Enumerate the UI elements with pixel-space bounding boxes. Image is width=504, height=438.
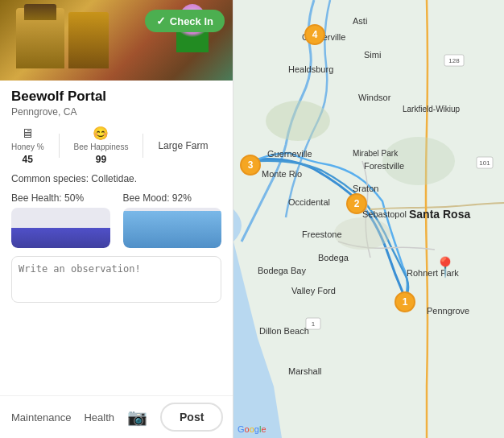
checkmark-icon: ✓ [156,14,166,27]
happiness-label: Bee Happiness [74,143,129,152]
maintenance-button[interactable]: Maintenance [11,411,71,424]
health-button[interactable]: Health [84,411,114,424]
bee-health-item: Bee Health: 50% [11,192,110,248]
map-panel: 128 1 101 Geyserville Healdsburg Windsor… [233,0,504,438]
bee-mood-fill [123,211,222,248]
map-label-valleyford: Valley Ford [291,286,336,295]
svg-text:128: 128 [448,57,460,64]
bee-mood-bar [123,208,222,248]
svg-point-1 [266,101,330,141]
health-row: Bee Health: 50% Bee Mood: 92% [11,192,221,248]
honey-label: Honey % [11,143,44,152]
map-label-dillonbeach: Dillon Beach [259,326,309,336]
happiness-stat: 😊 Bee Happiness 99 [74,126,129,165]
map-label-sebastopol: Sebastopol [362,209,407,219]
route-marker-3[interactable]: 3 [240,155,261,176]
hive-decoration [68,12,109,68]
bee-mood-item: Bee Mood: 92% [123,192,222,248]
species-text: Common species: Colletidae. [11,173,221,184]
content-area: Beewolf Portal Penngrove, CA 🖥 Honey % 4… [0,81,233,395]
stat-divider-2 [143,134,143,158]
map-label-guerneville: Guerneville [267,149,312,159]
check-in-label: Check In [170,15,213,27]
left-panel: ✓ Check In Beewolf Portal Penngrove, CA … [0,0,233,438]
stat-divider-1 [59,134,60,158]
map-label-forestville: Forestville [364,161,404,171]
bee-health-bar [11,208,110,248]
honey-icon: 🖥 [21,126,34,141]
post-button[interactable]: Post [160,403,223,432]
honey-stat: 🖥 Honey % 45 [11,126,44,165]
map-label-bodegabay: Bodega Bay [258,266,306,275]
map-label-windsor: Windsor [358,93,390,102]
farm-type-stat: Large Farm [158,140,208,151]
route-marker-1[interactable]: 1 [395,291,415,312]
map-label-mirabel: Mirabel Park [353,149,398,158]
route-marker-2[interactable]: 2 [346,193,367,214]
map-label-monterio: Monte Rio [262,169,302,179]
camera-button[interactable]: 📷 [127,407,147,427]
map-background: 128 1 101 Geyserville Healdsburg Windsor… [233,0,504,438]
map-label-simi: Simi [364,50,381,60]
honey-value: 45 [23,154,33,165]
observation-input[interactable] [11,256,221,303]
map-label-asti: Asti [353,16,367,26]
red-pin-marker[interactable] [433,256,457,279]
map-label-santarosa: Santa Rosa [409,208,470,221]
bee-health-label: Bee Health: 50% [11,192,110,204]
farm-type-label: Large Farm [158,140,208,151]
bee-health-fill [11,228,110,248]
map-label-larkfield: Larkfield-Wikiup [403,105,460,114]
happiness-value: 99 [96,154,106,165]
check-in-button[interactable]: ✓ Check In [145,10,225,32]
stats-row: 🖥 Honey % 45 😊 Bee Happiness 99 Large Fa… [11,126,221,165]
portal-name: Beewolf Portal [11,89,221,105]
map-label-penngrove: Penngrove [427,306,469,316]
happiness-icon: 😊 [93,126,109,141]
svg-text:101: 101 [479,159,490,167]
bottom-bar: Maintenance Health 📷 Post [0,395,233,438]
route-marker-4[interactable]: 4 [304,24,325,45]
map-label-bodega: Bodega [318,253,349,262]
location-label: Penngrove, CA [11,106,221,118]
svg-text:1: 1 [312,320,316,328]
map-label-sraton: Sraton [353,184,378,193]
map-label-healdsburg: Healdsburg [288,64,333,74]
google-logo: Google [238,424,266,434]
svg-point-2 [334,217,390,250]
hero-image: ✓ Check In [0,0,233,81]
map-label-occidental: Occidental [288,197,330,207]
map-label-freestone: Freestone [302,229,342,239]
bee-mood-label: Bee Mood: 92% [123,192,222,204]
map-label-marshall: Marshall [288,366,322,376]
